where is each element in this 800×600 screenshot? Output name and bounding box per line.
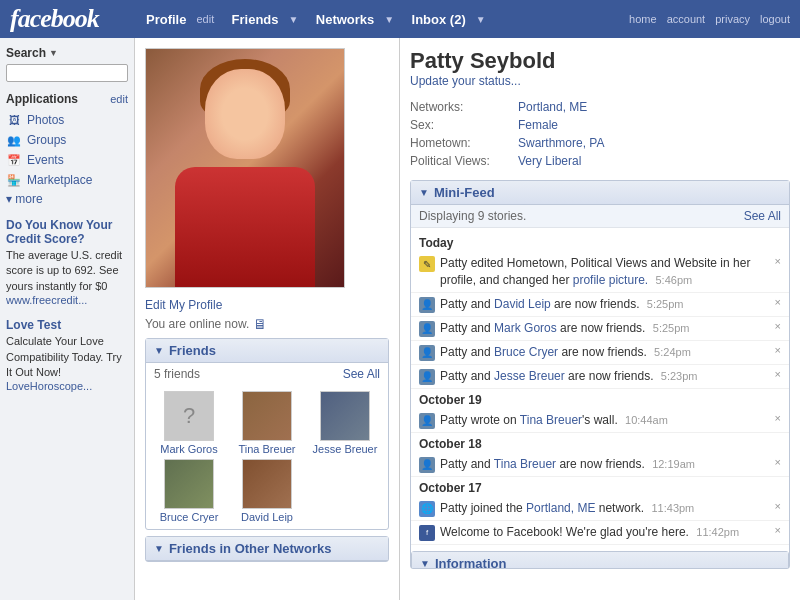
feed-time-2: 5:25pm	[647, 298, 684, 310]
feed-text-bruce: Patty and Bruce Cryer are now friends. 5…	[440, 344, 766, 361]
networks-dropdown-icon[interactable]: ▼	[384, 14, 394, 25]
information-triangle: ▼	[420, 558, 430, 568]
feed-close-1[interactable]: ×	[775, 255, 781, 267]
tina-breuer-friend-link[interactable]: Tina Breuer	[494, 457, 556, 471]
feed-content: Today ✎ Patty edited Hometown, Political…	[411, 228, 789, 568]
feed-time-5: 5:23pm	[661, 370, 698, 382]
update-status-link[interactable]: Update your status...	[410, 74, 790, 88]
political-value[interactable]: Very Liberal	[518, 154, 581, 168]
sex-label: Sex:	[410, 118, 510, 132]
friend-item-bruce[interactable]: Bruce Cryer	[152, 459, 226, 523]
events-icon: 📅	[6, 152, 22, 168]
feed-close-2[interactable]: ×	[775, 296, 781, 308]
facebook-logo[interactable]: facebook	[10, 4, 99, 34]
friend-photo-david	[242, 459, 292, 509]
feed-item-tina-friend: 👤 Patty and Tina Breuer are now friends.…	[411, 453, 789, 477]
feed-item-profile-edit: ✎ Patty edited Hometown, Political Views…	[411, 252, 789, 293]
profile-edit-link[interactable]: edit	[196, 13, 214, 25]
feed-text-welcome: Welcome to Facebook! We're glad you're h…	[440, 524, 766, 541]
feed-time-3: 5:25pm	[653, 322, 690, 334]
search-section: Search ▼	[6, 46, 128, 82]
see-all-friends-link[interactable]: See All	[343, 367, 380, 381]
david-leip-link[interactable]: David Leip	[494, 297, 551, 311]
profile-name: Patty Seybold	[410, 48, 790, 74]
friend-item-david[interactable]: David Leip	[230, 459, 304, 523]
ad-love-title[interactable]: Love Test	[6, 318, 128, 332]
right-panel: Patty Seybold Update your status... Netw…	[400, 38, 800, 600]
home-link[interactable]: home	[629, 13, 657, 25]
mini-feed-subheader: Displaying 9 stories. See All	[411, 205, 789, 228]
app-photos[interactable]: 🖼 Photos	[6, 110, 128, 130]
person-icon-2: 👤	[419, 321, 435, 337]
person-icon-5: 👤	[419, 413, 435, 429]
feed-close-6[interactable]: ×	[775, 412, 781, 424]
ad-love-link[interactable]: LoveHoroscope...	[6, 380, 128, 392]
portland-me-link[interactable]: Portland, ME	[526, 501, 595, 515]
feed-text-tina-friend: Patty and Tina Breuer are now friends. 1…	[440, 456, 766, 473]
app-marketplace-label: Marketplace	[27, 173, 92, 187]
center-content: Edit My Profile You are online now. 🖥 ▼ …	[135, 38, 400, 600]
see-all-feed-link[interactable]: See All	[744, 209, 781, 223]
feed-time-6: 10:44am	[625, 414, 668, 426]
profile-nav-link[interactable]: Profile	[140, 8, 192, 31]
search-input[interactable]	[6, 64, 128, 82]
jesse-breuer-link[interactable]: Jesse Breuer	[494, 369, 565, 383]
ad-credit-title[interactable]: Do You Know Your Credit Score?	[6, 218, 128, 246]
oct18-label: October 18	[411, 433, 789, 453]
ad-credit-link[interactable]: www.freecredit...	[6, 294, 128, 306]
logo-area: facebook	[10, 4, 140, 34]
networks-nav-link[interactable]: Networks	[310, 8, 381, 31]
tina-breuer-wall-link[interactable]: Tina Breuer	[520, 413, 582, 427]
feed-close-3[interactable]: ×	[775, 320, 781, 332]
privacy-link[interactable]: privacy	[715, 13, 750, 25]
hometown-label: Hometown:	[410, 136, 510, 150]
friend-name-mark: Mark Goros	[160, 443, 217, 455]
inbox-nav-link[interactable]: Inbox (2)	[406, 8, 472, 31]
search-chevron[interactable]: ▼	[49, 48, 58, 58]
networks-label: Networks:	[410, 100, 510, 114]
friends-triangle-icon: ▼	[154, 345, 164, 356]
friends-grid: ? Mark Goros Tina Breuer Jesse Breuer Br…	[146, 385, 388, 529]
mini-feed-section: ▼ Mini-Feed Displaying 9 stories. See Al…	[410, 180, 790, 569]
applications-edit-link[interactable]: edit	[110, 93, 128, 105]
feed-text-tina-wall: Patty wrote on Tina Breuer's wall. 10:44…	[440, 412, 766, 429]
more-apps-link[interactable]: ▾ more	[6, 192, 128, 206]
profile-picture-link[interactable]: profile picture.	[573, 273, 648, 287]
info-hometown-row: Hometown: Swarthmore, PA	[410, 134, 790, 152]
inbox-dropdown-icon[interactable]: ▼	[476, 14, 486, 25]
feed-time-4: 5:24pm	[654, 346, 691, 358]
friend-item-mark[interactable]: ? Mark Goros	[152, 391, 226, 455]
app-events[interactable]: 📅 Events	[6, 150, 128, 170]
feed-close-5[interactable]: ×	[775, 368, 781, 380]
edit-profile-link[interactable]: Edit My Profile	[145, 298, 389, 312]
friends-nav-link[interactable]: Friends	[226, 8, 285, 31]
logout-link[interactable]: logout	[760, 13, 790, 25]
bruce-cryer-link[interactable]: Bruce Cryer	[494, 345, 558, 359]
friends-dropdown-icon[interactable]: ▼	[289, 14, 299, 25]
feed-close-7[interactable]: ×	[775, 456, 781, 468]
top-navigation: facebook Profile edit Friends ▼ Networks…	[0, 0, 800, 38]
feed-close-9[interactable]: ×	[775, 524, 781, 536]
main-container: Search ▼ Applications edit 🖼 Photos 👥 Gr…	[0, 38, 800, 600]
feed-close-4[interactable]: ×	[775, 344, 781, 356]
account-link[interactable]: account	[667, 13, 706, 25]
feed-close-8[interactable]: ×	[775, 500, 781, 512]
mark-goros-link[interactable]: Mark Goros	[494, 321, 557, 335]
app-marketplace[interactable]: 🏪 Marketplace	[6, 170, 128, 190]
person-icon-1: 👤	[419, 297, 435, 313]
information-header: ▼ Information	[412, 552, 788, 568]
fb-icon: f	[419, 525, 435, 541]
hometown-value[interactable]: Swarthmore, PA	[518, 136, 604, 150]
feed-item-david: 👤 Patty and David Leip are now friends. …	[411, 293, 789, 317]
profile-info: Networks: Portland, ME Sex: Female Homet…	[410, 98, 790, 170]
ad-love-test: Love Test Calculate Your Love Compatibil…	[6, 318, 128, 392]
app-groups[interactable]: 👥 Groups	[6, 130, 128, 150]
other-networks-title: Friends in Other Networks	[169, 541, 332, 556]
mini-feed-header: ▼ Mini-Feed	[411, 181, 789, 205]
networks-value[interactable]: Portland, ME	[518, 100, 587, 114]
profile-photo-area	[145, 48, 389, 288]
feed-item-mark: 👤 Patty and Mark Goros are now friends. …	[411, 317, 789, 341]
friend-item-jesse[interactable]: Jesse Breuer	[308, 391, 382, 455]
feed-time-8: 11:43pm	[651, 502, 694, 514]
friend-item-tina[interactable]: Tina Breuer	[230, 391, 304, 455]
